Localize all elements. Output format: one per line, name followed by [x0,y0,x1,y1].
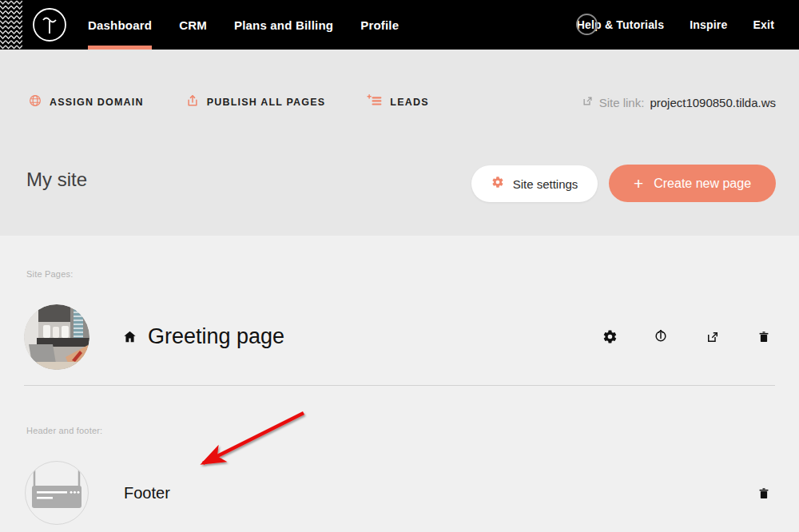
zigzag-pattern-decoration [0,0,22,50]
nav-item-profile[interactable]: Profile [360,0,399,50]
page-title-footer[interactable]: Footer [124,484,170,502]
site-link-label: Site link: [599,96,645,109]
nav-right: Help & Tutorials Inspire Exit [577,0,774,50]
tilda-logo[interactable] [32,7,67,42]
leads-label: LEADS [390,97,428,108]
nav-item-crm[interactable]: CRM [179,0,207,50]
site-link-url[interactable]: project1090850.tilda.ws [650,96,776,109]
publish-all-pages-label: PUBLISH ALL PAGES [207,97,326,108]
page-title: My site [26,169,87,191]
site-settings-button[interactable]: Site settings [471,165,598,202]
red-arrow-annotation [182,406,310,479]
site-link[interactable]: Site link: project1090850.tilda.ws [582,95,776,109]
nav-item-plans-billing[interactable]: Plans and Billing [234,0,333,50]
gear-icon [491,176,504,192]
cursor-highlight-ring [576,14,598,35]
create-new-page-label: Create new page [654,177,751,191]
publish-page-cloud-icon[interactable] [653,328,669,343]
plus-icon: + [634,175,643,192]
page-title-greeting[interactable]: Greeting page [148,324,284,349]
header-band [0,50,799,236]
tilda-dashboard: Dashboard CRM Plans and Billing Profile … [0,0,799,532]
page-settings-gear-icon[interactable] [602,328,618,344]
home-icon [122,329,137,344]
create-new-page-button[interactable]: + Create new page [609,165,776,202]
globe-icon [28,93,42,111]
nav-item-exit[interactable]: Exit [753,0,774,50]
assign-domain-button[interactable]: ASSIGN DOMAIN [28,93,144,111]
upload-icon [185,93,200,111]
delete-page-trash-icon[interactable] [756,329,772,345]
nav-item-dashboard[interactable]: Dashboard [88,0,152,50]
site-settings-label: Site settings [513,177,578,191]
header-footer-section-label: Header and footer: [26,426,102,435]
top-nav-bar: Dashboard CRM Plans and Billing Profile … [0,0,799,50]
leads-icon [367,93,383,111]
page-thumbnail-footer[interactable] [25,461,89,525]
open-page-external-link-icon[interactable] [705,329,721,345]
delete-footer-trash-icon[interactable] [756,486,772,502]
leads-button[interactable]: LEADS [367,93,428,111]
site-pages-section-label: Site Pages: [26,269,73,279]
section-divider [24,385,775,386]
site-toolbar: ASSIGN DOMAIN PUBLISH ALL PAGES [28,89,429,115]
nav-item-inspire[interactable]: Inspire [690,0,727,50]
page-thumbnail-greeting[interactable] [24,304,89,370]
assign-domain-label: ASSIGN DOMAIN [50,97,144,108]
external-link-icon [582,95,594,109]
publish-all-pages-button[interactable]: PUBLISH ALL PAGES [185,93,326,111]
nav-left: Dashboard CRM Plans and Billing Profile [88,0,399,50]
